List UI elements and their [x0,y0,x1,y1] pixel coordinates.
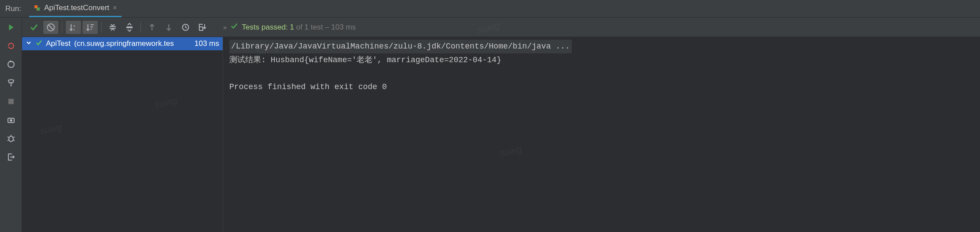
next-failed-button[interactable] [161,21,176,34]
tests-passed-text: Tests passed: 1 [242,23,294,31]
run-button[interactable] [5,21,17,34]
sort-button[interactable]: az [66,21,81,34]
expand-all-button[interactable] [105,21,120,34]
run-label: Run: [5,4,21,13]
separator [101,22,102,33]
svg-point-5 [10,119,12,122]
console-command-line: /Library/Java/JavaVirtualMachines/zulu-8… [229,40,572,53]
toggle-auto-test-button[interactable] [5,58,17,71]
test-history-button[interactable] [178,21,193,34]
show-passed-button[interactable] [27,21,42,34]
tab-title: ApiTest.testConvert [44,4,109,12]
console-output[interactable]: /Library/Java/JavaVirtualMachines/zulu-8… [223,37,980,232]
test-package-name: (cn.suwg.springframework.tes [74,39,188,48]
test-duration: 103 ms [191,39,223,48]
exit-icon[interactable] [5,151,17,163]
main-row: az [0,18,980,232]
dump-threads-button[interactable] [5,114,17,126]
run-tab[interactable]: ApiTest.testConvert × [29,0,122,17]
console-exit-line: Process finished with exit code 0 [229,80,974,94]
junit-icon [34,4,41,11]
previous-failed-button[interactable] [144,21,160,34]
svg-rect-3 [8,99,14,104]
console-blank-line [229,67,974,80]
settings-icon[interactable] [5,77,17,89]
chevron-down-icon[interactable] [26,39,32,48]
svg-rect-0 [34,5,37,8]
stop-button[interactable] [5,95,17,108]
show-ignored-button[interactable] [43,21,58,34]
tests-total-text: of 1 test – 103 ms [294,23,356,31]
test-toolbar: az [22,18,980,37]
svg-point-2 [8,61,14,67]
test-class-name: ApiTest [46,39,71,48]
import-test-results-button[interactable] [195,21,210,34]
close-icon[interactable]: × [113,4,117,12]
collapse-all-button[interactable] [122,21,137,34]
separator [141,22,141,33]
test-tree-row[interactable]: ApiTest (cn.suwg.springframework.tes 103… [22,37,223,50]
check-icon [35,39,42,49]
test-tree-panel[interactable]: ApiTest (cn.suwg.springframework.tes 103… [22,37,223,232]
svg-text:a: a [73,24,75,27]
run-tab-bar: Run: ApiTest.testConvert × [0,0,980,18]
svg-rect-1 [37,8,40,11]
check-icon [230,22,238,32]
sort-by-duration-button[interactable] [83,21,98,34]
content-column: az [22,18,980,232]
panels-row: ApiTest (cn.suwg.springframework.tes 103… [22,37,980,232]
svg-point-6 [9,136,13,142]
svg-text:z: z [73,28,75,31]
console-result-line: 测试结果: Husband{wifeName='老老', marriageDat… [229,53,974,67]
left-gutter [0,18,22,232]
separator [62,22,62,33]
debug-icon[interactable] [5,132,17,145]
test-status: » Tests passed: 1 of 1 test – 103 ms [223,22,356,32]
chevron-icon: » [223,23,227,31]
rerun-failed-button[interactable] [5,40,17,52]
